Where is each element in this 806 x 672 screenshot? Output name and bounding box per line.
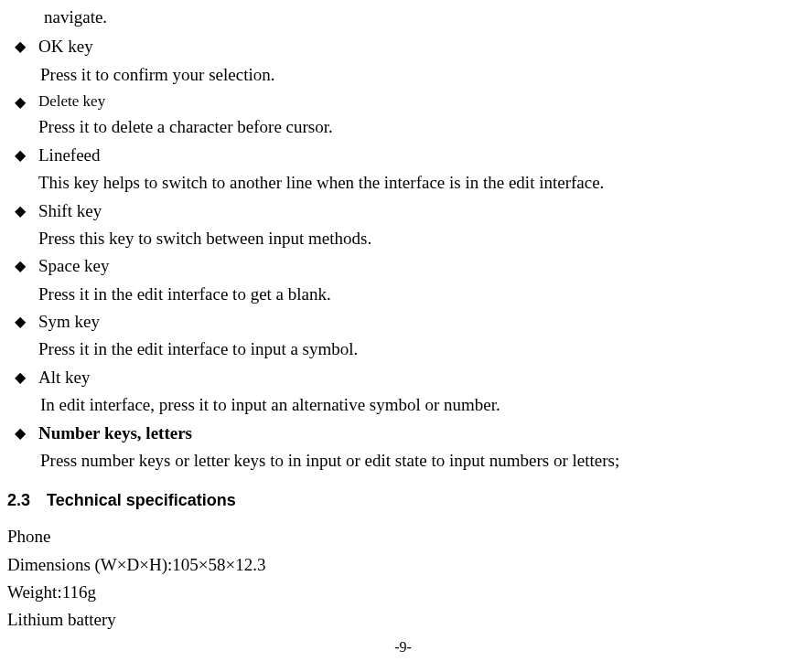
list-item: ◆Space keyPress it in the edit interface…	[15, 252, 799, 308]
list-item-term: Number keys, letters	[38, 420, 799, 447]
list-item: ◆Shift keyPress this key to switch betwe…	[15, 197, 799, 253]
list-item-term: Space key	[38, 252, 799, 280]
list-item-content: Alt keyIn edit interface, press it to in…	[38, 364, 799, 420]
diamond-bullet-icon: ◆	[15, 33, 26, 60]
diamond-bullet-icon: ◆	[15, 420, 26, 447]
diamond-bullet-icon: ◆	[15, 89, 26, 116]
list-item-term: Shift key	[38, 197, 799, 225]
list-item-description: Press number keys or letter keys to in i…	[40, 447, 799, 475]
list-item-term: OK key	[38, 33, 799, 60]
diamond-bullet-icon: ◆	[15, 364, 26, 391]
list-item: ◆OK keyPress it to confirm your selectio…	[15, 33, 799, 89]
list-item: ◆Number keys, lettersPress number keys o…	[15, 420, 799, 475]
list-item-content: LinefeedThis key helps to switch to anot…	[38, 142, 799, 197]
list-item-content: Space keyPress it in the edit interface …	[38, 252, 799, 308]
spec-line: Lithium battery	[7, 606, 799, 634]
page-number: -9-	[0, 635, 806, 659]
list-item-content: Delete keyPress it to delete a character…	[38, 89, 799, 142]
page-content: navigate. ◆OK keyPress it to confirm you…	[7, 0, 799, 635]
section-number: 2.3	[7, 491, 30, 509]
list-item-content: Number keys, lettersPress number keys or…	[38, 420, 799, 475]
list-item-term: Sym key	[38, 308, 799, 336]
section-heading: 2.3Technical specifications	[7, 487, 799, 514]
list-item-content: OK keyPress it to confirm your selection…	[38, 33, 799, 89]
diamond-bullet-icon: ◆	[15, 197, 26, 225]
diamond-bullet-icon: ◆	[15, 142, 26, 169]
list-item-description: Press it in the edit interface to input …	[38, 336, 799, 363]
list-item-term: Delete key	[38, 89, 799, 113]
list-item-description: This key helps to switch to another line…	[38, 169, 799, 197]
prev-item-tail: navigate.	[44, 4, 799, 31]
list-item-description: In edit interface, press it to input an …	[40, 391, 799, 419]
list-item-description: Press this key to switch between input m…	[38, 225, 799, 252]
list-item: ◆Sym keyPress it in the edit interface t…	[15, 308, 799, 364]
list-item-description: Press it in the edit interface to get a …	[38, 281, 799, 308]
list-item-content: Sym keyPress it in the edit interface to…	[38, 308, 799, 364]
list-item: ◆Alt keyIn edit interface, press it to i…	[15, 364, 799, 420]
spec-line: Weight:116g	[7, 579, 799, 606]
specs-block: PhoneDimensions (W×D×H):105×58×12.3Weigh…	[7, 523, 799, 635]
list-item-term: Alt key	[38, 364, 799, 391]
list-item-term: Linefeed	[38, 142, 799, 169]
diamond-bullet-icon: ◆	[15, 308, 26, 336]
list-item: ◆Delete keyPress it to delete a characte…	[15, 89, 799, 142]
diamond-bullet-icon: ◆	[15, 252, 26, 280]
section-title: Technical specifications	[47, 491, 236, 509]
spec-line: Phone	[7, 523, 799, 550]
list-item: ◆LinefeedThis key helps to switch to ano…	[15, 142, 799, 197]
list-item-description: Press it to delete a character before cu…	[38, 113, 799, 141]
list-item-description: Press it to confirm your selection.	[40, 61, 799, 89]
spec-line: Dimensions (W×D×H):105×58×12.3	[7, 551, 799, 579]
bullet-list: ◆OK keyPress it to confirm your selectio…	[7, 33, 799, 475]
list-item-content: Shift keyPress this key to switch betwee…	[38, 197, 799, 253]
